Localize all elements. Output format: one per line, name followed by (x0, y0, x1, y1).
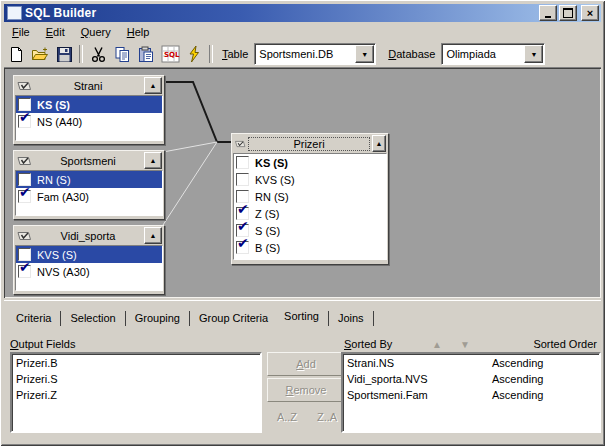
remove-button[interactable]: Remove (267, 378, 345, 402)
table-panel-prizeri-header[interactable]: Prizeri ▲ (232, 134, 388, 153)
check-icon: ✔ (19, 185, 31, 199)
join-line-vidisporta-prizeri[interactable] (163, 142, 217, 225)
field-row[interactable]: ✔ NS (A40) (16, 113, 162, 130)
database-combobox-dropdown-button[interactable]: ▼ (524, 45, 543, 63)
field-label: S (S) (255, 225, 280, 237)
scroll-up-button[interactable]: ▲ (144, 77, 162, 94)
scroll-up-button[interactable]: ▲ (372, 135, 386, 152)
add-button[interactable]: Add (267, 352, 345, 376)
field-row[interactable]: RN (S) (16, 171, 162, 188)
sorted-item[interactable]: Vidi_sporta.NVS Ascending (343, 371, 599, 387)
field-row[interactable]: ✔ Fam (A30) (16, 188, 162, 205)
table-combobox[interactable]: Sportsmeni.DB ▼ (254, 43, 376, 65)
menu-help[interactable]: Help (119, 24, 158, 40)
sorted-by-label: Sorted By (344, 338, 392, 350)
open-button[interactable] (29, 43, 51, 65)
join-line-sportsmeni-prizeri[interactable] (163, 142, 217, 152)
tab-group-criteria[interactable]: Group Criteria (191, 310, 276, 326)
menu-file[interactable]: File (4, 24, 38, 40)
table-panel-prizeri[interactable]: Prizeri ▲ KS (S) KVS (S) RN (S) ✔ (231, 133, 389, 265)
tab-separator (125, 311, 126, 326)
field-row[interactable]: ✔ Z (S) (234, 205, 386, 222)
output-field-item[interactable]: Prizeri.S (12, 371, 260, 387)
menu-edit[interactable]: Edit (38, 24, 73, 40)
sql-grid-icon: SQL (161, 45, 180, 63)
table-panel-strani-header[interactable]: Strani ▲ (14, 76, 164, 95)
field-label: KVS (S) (255, 174, 295, 186)
close-button[interactable]: × (581, 5, 599, 21)
field-label: Z (S) (255, 208, 279, 220)
field-row[interactable]: KVS (S) (234, 171, 386, 188)
save-button[interactable] (53, 43, 75, 65)
triangle-up-icon: ▲ (150, 82, 157, 89)
sorted-item[interactable]: Sportsmeni.Fam Ascending (343, 387, 599, 403)
table-panel-vidi-sporta[interactable]: Vidi_sporta ▲ KVS (S) ✔ NVS (A30) (13, 225, 165, 295)
field-row[interactable]: KS (S) (16, 96, 162, 113)
tab-joins[interactable]: Joins (330, 310, 372, 326)
sorted-item-field: Sportsmeni.Fam (347, 389, 492, 401)
paste-clipboard-icon (138, 46, 155, 63)
join-line-strani-prizeri[interactable] (163, 82, 231, 142)
move-down-button[interactable]: ▼ (460, 339, 470, 350)
toolbar-separator (79, 45, 83, 63)
field-list: KVS (S) ✔ NVS (A30) (15, 245, 163, 291)
save-floppy-icon (56, 46, 73, 63)
menu-query[interactable]: Query (73, 24, 119, 40)
table-panel-sportsmeni-header[interactable]: Sportsmeni ▲ (14, 151, 164, 170)
minimize-button[interactable] (539, 5, 557, 21)
database-combobox[interactable]: Olimpiada ▼ (441, 43, 545, 65)
field-row[interactable]: ✔ B (S) (234, 239, 386, 256)
field-label: KVS (S) (37, 249, 77, 261)
sort-za-button[interactable]: Z..A (309, 406, 345, 428)
check-fields-icon (16, 229, 32, 243)
sorted-item[interactable]: Strani.NS Ascending (343, 355, 599, 371)
sql-builder-button[interactable]: SQL (159, 43, 181, 65)
scroll-up-button[interactable]: ▲ (144, 227, 162, 244)
field-checkbox[interactable]: ✔ (236, 241, 249, 254)
move-up-button[interactable]: ▲ (432, 339, 442, 350)
field-checkbox[interactable]: ✔ (18, 190, 31, 203)
check-icon: ✔ (237, 219, 249, 233)
close-icon: × (582, 6, 598, 20)
field-label: RN (S) (255, 191, 289, 203)
output-field-item[interactable]: Prizeri.Z (12, 387, 260, 403)
triangle-up-icon: ▲ (150, 157, 157, 164)
output-fields-listbox[interactable]: Prizeri.B Prizeri.S Prizeri.Z (10, 352, 262, 433)
paste-button[interactable] (135, 43, 157, 65)
field-row[interactable]: ✔ NVS (A30) (16, 263, 162, 280)
field-checkbox[interactable]: ✔ (18, 115, 31, 128)
title-bar: SQL Builder × (4, 4, 601, 22)
field-label: B (S) (255, 242, 280, 254)
output-fields-label: Output Fields (10, 338, 75, 350)
tab-grouping[interactable]: Grouping (127, 310, 188, 326)
output-field-item[interactable]: Prizeri.B (12, 355, 260, 371)
table-panel-sportsmeni[interactable]: Sportsmeni ▲ RN (S) ✔ Fam (A30) (13, 150, 165, 220)
field-row[interactable]: RN (S) (234, 188, 386, 205)
tab-criteria[interactable]: Criteria (8, 310, 59, 326)
tab-selection[interactable]: Selection (62, 310, 123, 326)
field-row[interactable]: KS (S) (234, 154, 386, 171)
copy-button[interactable] (111, 43, 133, 65)
field-label: KS (S) (37, 99, 70, 111)
field-row[interactable]: ✔ S (S) (234, 222, 386, 239)
scroll-up-button[interactable]: ▲ (144, 152, 162, 169)
field-label: KS (S) (255, 157, 288, 169)
copy-icon (114, 46, 131, 63)
field-checkbox[interactable]: ✔ (18, 265, 31, 278)
field-checkbox[interactable] (236, 156, 249, 169)
sort-az-button[interactable]: A..Z (269, 406, 305, 428)
table-label: Table (222, 48, 248, 60)
field-row[interactable]: KVS (S) (16, 246, 162, 263)
triangle-up-icon: ▲ (432, 339, 442, 350)
cut-button[interactable] (87, 43, 109, 65)
tab-sorting[interactable]: Sorting (276, 308, 327, 324)
run-query-button[interactable] (183, 43, 205, 65)
maximize-button[interactable] (559, 5, 577, 21)
field-checkbox[interactable] (236, 173, 249, 186)
table-combobox-dropdown-button[interactable]: ▼ (355, 45, 374, 63)
field-list: KS (S) ✔ NS (A40) (15, 95, 163, 141)
sorted-by-listbox[interactable]: Strani.NS Ascending Vidi_sporta.NVS Asce… (341, 352, 601, 433)
table-panel-strani[interactable]: Strani ▲ KS (S) ✔ NS (A40) (13, 75, 165, 145)
new-button[interactable] (5, 43, 27, 65)
table-panel-vidi-sporta-header[interactable]: Vidi_sporta ▲ (14, 226, 164, 245)
